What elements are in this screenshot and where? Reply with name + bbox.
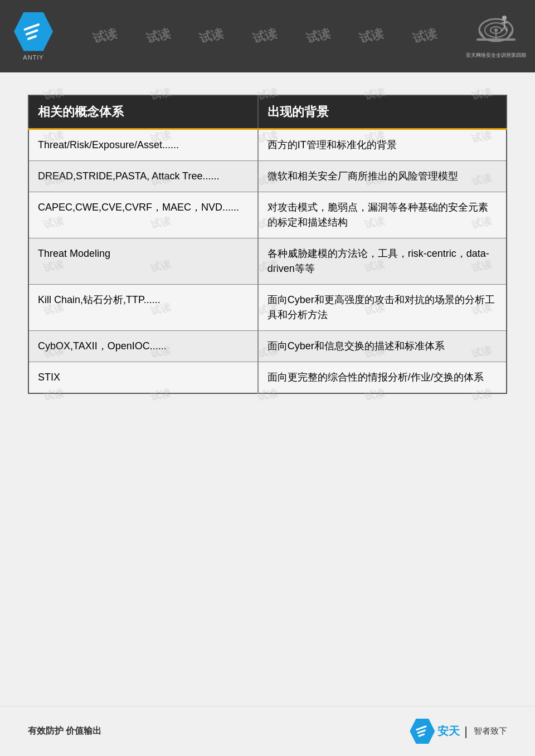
logo-hexagon bbox=[14, 12, 53, 51]
header-right-logo: 安天网络安全全训营第四期 bbox=[463, 8, 529, 64]
footer-logo-box: 安天 | 智者致下 bbox=[410, 719, 507, 744]
table-cell-col2-2: 对攻击模式，脆弱点，漏洞等各种基础的安全元素的标定和描述结构 bbox=[258, 192, 507, 238]
table-cell-col2-1: 微软和相关安全厂商所推出的风险管理模型 bbox=[258, 161, 507, 192]
table-row: DREAD,STRIDE,PASTA, Attack Tree......微软和… bbox=[28, 161, 507, 192]
table-cell-col2-5: 面向Cyber和信息交换的描述和标准体系 bbox=[258, 331, 507, 362]
table-cell-col1-2: CAPEC,CWE,CVE,CVRF，MAEC，NVD...... bbox=[28, 192, 258, 238]
watermark-7: 试读 bbox=[411, 25, 439, 47]
table-row: Kill Chain,钻石分析,TTP......面向Cyber和更高强度的攻击… bbox=[28, 285, 507, 331]
table-row: STIX面向更完整的综合性的情报分析/作业/交换的体系 bbox=[28, 362, 507, 394]
table-cell-col1-5: CybOX,TAXII，OpenIOC...... bbox=[28, 331, 258, 362]
footer-logo-hex bbox=[410, 719, 435, 744]
table-row: CAPEC,CWE,CVE,CVRF，MAEC，NVD......对攻击模式，脆… bbox=[28, 192, 507, 238]
table-row: CybOX,TAXII，OpenIOC......面向Cyber和信息交换的描述… bbox=[28, 331, 507, 362]
antenna-icon bbox=[474, 13, 518, 50]
table-cell-col1-3: Threat Modeling bbox=[28, 238, 258, 285]
footer-divider: | bbox=[464, 724, 468, 739]
footer-left-text: 有效防护 价值输出 bbox=[28, 725, 101, 737]
table-cell-col1-1: DREAD,STRIDE,PASTA, Attack Tree...... bbox=[28, 161, 258, 192]
header-watermarks: 试读 试读 试读 试读 试读 试读 试读 bbox=[67, 28, 463, 45]
footer-logo-inner bbox=[416, 725, 429, 737]
table-cell-col2-3: 各种威胁建模的方法论，工具，risk-centric，data-driven等等 bbox=[258, 238, 507, 285]
col1-header: 相关的概念体系 bbox=[28, 95, 258, 129]
footer-brand-chinese: 安天 bbox=[437, 725, 460, 737]
col2-header: 出现的背景 bbox=[258, 95, 507, 129]
header: ANTIY 试读 试读 试读 试读 试读 试读 试读 安天网络安全全训营第四期 bbox=[0, 0, 535, 72]
table-row: Threat/Risk/Exposure/Asset......西方的IT管理和… bbox=[28, 129, 507, 161]
footer-brand-subtitle: 智者致下 bbox=[474, 726, 507, 737]
table-cell-col2-6: 面向更完整的综合性的情报分析/作业/交换的体系 bbox=[258, 362, 507, 394]
table-cell-col2-4: 面向Cyber和更高强度的攻击和对抗的场景的分析工具和分析方法 bbox=[258, 285, 507, 331]
header-logo: ANTIY bbox=[0, 0, 67, 72]
logo-lines bbox=[23, 23, 43, 40]
main-content: 试读 试读 试读 试读 试读 试读 试读 试读 试读 试读 试读 试读 试读 试… bbox=[0, 72, 535, 416]
table-cell-col2-0: 西方的IT管理和标准化的背景 bbox=[258, 129, 507, 161]
footer: 有效防护 价值输出 安天 | 智者致下 bbox=[0, 706, 535, 756]
svg-rect-0 bbox=[476, 38, 515, 41]
footer-brand-name: 安天 bbox=[437, 724, 460, 739]
table-row: Threat Modeling各种威胁建模的方法论，工具，risk-centri… bbox=[28, 238, 507, 285]
right-logo-subtext: 安天网络安全全训营第四期 bbox=[466, 52, 526, 59]
watermark-3: 试读 bbox=[197, 25, 225, 47]
svg-point-8 bbox=[502, 16, 507, 20]
footer-right: 安天 | 智者致下 bbox=[410, 719, 507, 744]
watermark-6: 试读 bbox=[357, 25, 385, 47]
logo-text: ANTIY bbox=[23, 54, 43, 61]
svg-point-4 bbox=[494, 28, 498, 32]
main-table: 相关的概念体系 出现的背景 Threat/Risk/Exposure/Asset… bbox=[28, 95, 507, 394]
table-cell-col1-0: Threat/Risk/Exposure/Asset...... bbox=[28, 129, 258, 161]
watermark-1: 试读 bbox=[91, 25, 119, 47]
footer-line-3 bbox=[418, 733, 425, 737]
table-cell-col1-6: STIX bbox=[28, 362, 258, 394]
watermark-2: 试读 bbox=[144, 25, 172, 47]
watermark-5: 试读 bbox=[304, 25, 332, 47]
watermark-4: 试读 bbox=[251, 25, 279, 47]
table-cell-col1-4: Kill Chain,钻石分析,TTP...... bbox=[28, 285, 258, 331]
logo-line-3 bbox=[27, 35, 37, 40]
